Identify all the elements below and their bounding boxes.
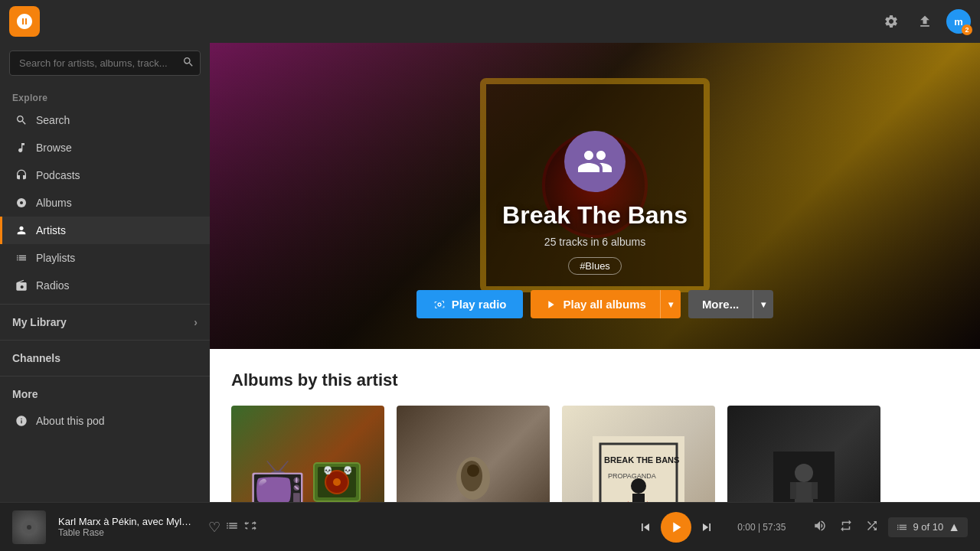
svg-point-5 bbox=[333, 478, 341, 486]
podcast-icon bbox=[15, 168, 28, 182]
player-controls bbox=[633, 512, 719, 543]
svg-text:★: ★ bbox=[623, 499, 633, 502]
sidebar-item-label: Albums bbox=[36, 197, 72, 209]
more-main[interactable]: More... bbox=[688, 290, 753, 318]
svg-text:💀: 💀 bbox=[323, 465, 333, 475]
sidebar-item-artists[interactable]: Artists bbox=[0, 217, 210, 244]
hero-content: Break The Bans 25 tracks in 6 albums #Bl… bbox=[210, 131, 980, 318]
volume-button[interactable] bbox=[810, 516, 830, 539]
play-all-albums-button[interactable]: Play all albums ▾ bbox=[531, 290, 680, 318]
info-icon bbox=[15, 414, 28, 428]
album-card[interactable]: BREAK THE BANS PROPAGANDA ★ ★ ▶ bbox=[562, 406, 715, 502]
artist-meta: 25 tracks in 6 albums bbox=[544, 236, 645, 248]
album-card[interactable]: 💀 💀 ▶ bbox=[231, 406, 384, 502]
album-thumbnail: 💀 💀 ▶ bbox=[231, 406, 384, 502]
album-art-1: 💀 💀 bbox=[231, 406, 384, 502]
svg-rect-23 bbox=[812, 482, 818, 499]
sidebar-divider-2 bbox=[0, 340, 210, 341]
sidebar-item-about[interactable]: About this pod bbox=[0, 407, 210, 435]
queue-list-button[interactable] bbox=[225, 519, 239, 536]
svg-rect-21 bbox=[795, 482, 813, 502]
main-layout: Explore Search Browse Podcasts Albums bbox=[0, 43, 980, 502]
sidebar-item-playlists[interactable]: Playlists bbox=[0, 244, 210, 272]
genre-tag[interactable]: #Blues bbox=[568, 257, 622, 275]
player-right-controls: 9 of 10 ▲ bbox=[810, 516, 968, 539]
album-card[interactable]: ▶ bbox=[727, 406, 880, 502]
player-thumb-inner bbox=[12, 510, 46, 544]
shuffle-button[interactable] bbox=[243, 519, 257, 536]
more-dropdown-arrow[interactable]: ▾ bbox=[753, 292, 773, 318]
avatar-badge: 2 bbox=[962, 24, 972, 35]
radios-icon bbox=[15, 279, 28, 292]
artists-icon bbox=[15, 223, 28, 237]
sidebar-item-browse[interactable]: Browse bbox=[0, 134, 210, 161]
sidebar-divider bbox=[0, 304, 210, 305]
svg-point-20 bbox=[795, 464, 813, 482]
artist-name: Break The Bans bbox=[502, 201, 688, 230]
album-art-2 bbox=[397, 406, 550, 502]
albums-section: Albums by this artist bbox=[210, 349, 980, 502]
search-icon bbox=[15, 113, 28, 127]
album-card[interactable]: ▶ bbox=[397, 406, 550, 502]
sidebar-item-my-library[interactable]: My Library › bbox=[0, 309, 210, 335]
sidebar: Explore Search Browse Podcasts Albums bbox=[0, 43, 210, 502]
player-info: Karl Marx à Pékin, avec Mylène Gaulard T… bbox=[58, 516, 196, 538]
svg-text:💀: 💀 bbox=[343, 465, 353, 475]
sidebar-item-label: Playlists bbox=[36, 252, 75, 264]
playlists-icon bbox=[15, 251, 28, 265]
player-artist-name: Table Rase bbox=[58, 527, 196, 538]
player-bar: Karl Marx à Pékin, avec Mylène Gaulard T… bbox=[0, 502, 980, 551]
sidebar-item-search[interactable]: Search bbox=[0, 106, 210, 134]
queue-expand-icon: ▲ bbox=[948, 520, 960, 534]
play-radio-label: Play radio bbox=[452, 298, 507, 311]
svg-point-10 bbox=[467, 465, 479, 477]
sidebar-item-albums[interactable]: Albums bbox=[0, 189, 210, 217]
search-submit-button[interactable] bbox=[182, 56, 194, 71]
sidebar-item-label: Artists bbox=[36, 224, 66, 236]
play-all-main[interactable]: Play all albums bbox=[531, 290, 660, 318]
albums-section-title: Albums by this artist bbox=[231, 370, 959, 390]
play-pause-button[interactable] bbox=[661, 512, 691, 543]
svg-text:★: ★ bbox=[642, 499, 652, 502]
browse-icon bbox=[15, 141, 28, 155]
player-album-art bbox=[12, 510, 46, 544]
play-all-label: Play all albums bbox=[563, 298, 645, 311]
album-art-4 bbox=[727, 406, 880, 502]
sidebar-channels-label: Channels bbox=[0, 345, 210, 371]
app-logo[interactable] bbox=[9, 6, 40, 37]
svg-point-25 bbox=[27, 525, 31, 530]
sidebar-divider-3 bbox=[0, 376, 210, 377]
player-time: 0:00 | 57:35 bbox=[737, 522, 786, 533]
sidebar-item-label: Browse bbox=[36, 142, 72, 154]
more-button[interactable]: More... ▾ bbox=[688, 290, 773, 318]
search-input[interactable] bbox=[9, 51, 201, 76]
player-track-name: Karl Marx à Pékin, avec Mylène Gaulard bbox=[58, 516, 196, 527]
settings-icon[interactable] bbox=[879, 9, 903, 34]
user-avatar[interactable]: m 2 bbox=[946, 9, 971, 34]
sidebar-more-label: More bbox=[0, 381, 210, 407]
svg-point-1 bbox=[20, 201, 23, 204]
previous-button[interactable] bbox=[633, 515, 658, 540]
sidebar-item-podcasts[interactable]: Podcasts bbox=[0, 161, 210, 189]
topbar: m 2 bbox=[0, 0, 980, 43]
explore-label: Explore bbox=[0, 83, 210, 106]
queue-count: 9 of 10 bbox=[913, 521, 943, 533]
next-button[interactable] bbox=[694, 515, 719, 540]
album-thumbnail: ▶ bbox=[727, 406, 880, 502]
favorite-button[interactable]: ♡ bbox=[208, 519, 220, 536]
sidebar-item-radios[interactable]: Radios bbox=[0, 272, 210, 299]
more-label: More... bbox=[702, 298, 739, 311]
hero-section: Break The Bans 25 tracks in 6 albums #Bl… bbox=[210, 43, 980, 349]
sidebar-item-label: Podcasts bbox=[36, 169, 80, 181]
upload-icon[interactable] bbox=[913, 9, 937, 34]
search-box bbox=[9, 51, 201, 76]
albums-icon bbox=[15, 196, 28, 210]
random-button[interactable] bbox=[862, 516, 882, 539]
album-thumbnail: BREAK THE BANS PROPAGANDA ★ ★ ▶ bbox=[562, 406, 715, 502]
play-all-dropdown-arrow[interactable]: ▾ bbox=[661, 292, 681, 318]
play-radio-button[interactable]: Play radio bbox=[416, 290, 524, 318]
repeat-button[interactable] bbox=[836, 516, 856, 539]
queue-info[interactable]: 9 of 10 ▲ bbox=[888, 517, 968, 537]
player-left-actions: ♡ bbox=[208, 519, 257, 536]
album-art-3: BREAK THE BANS PROPAGANDA ★ ★ bbox=[562, 406, 715, 502]
